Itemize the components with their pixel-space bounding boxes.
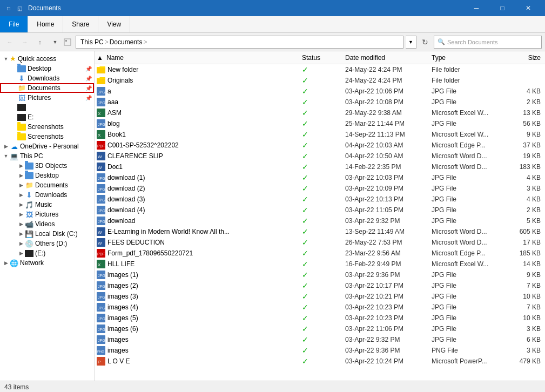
table-row[interactable]: JPG images (1) ✓ 03-Apr-22 9:36 PM JPG F… <box>95 269 545 280</box>
col-type-header[interactable]: Type <box>429 54 500 62</box>
sidebar-item-desktop-pc[interactable]: ▶ Desktop <box>0 171 94 180</box>
sync-check-icon: ✓ <box>302 325 308 333</box>
table-row[interactable]: PNG images ✓ 03-Apr-22 9:36 PM PNG File … <box>95 345 545 356</box>
sidebar-item-desktop-qa[interactable]: Desktop 📌 <box>0 64 94 73</box>
nav-recent-button[interactable]: ▼ <box>49 36 62 49</box>
table-row[interactable]: Originals ✓ 24-May-22 4:24 PM File folde… <box>95 75 545 86</box>
file-date: 03-Apr-22 11:05 PM <box>343 206 429 214</box>
file-size: 7 KB <box>500 282 543 289</box>
sidebar-quick-access-header[interactable]: ▼ ★ Quick access <box>0 53 94 64</box>
sidebar-item-downloads-pc[interactable]: ▶ ⬇ Downloads <box>0 190 94 200</box>
table-row[interactable]: JPG download (2) ✓ 03-Apr-22 10:09 PM JP… <box>95 183 545 194</box>
table-row[interactable]: JPG blog ✓ 25-Mar-22 11:44 PM JPG File 5… <box>95 118 545 129</box>
address-dropdown-button[interactable]: ▼ <box>406 36 416 49</box>
file-icon: JPG <box>97 173 105 182</box>
sync-check-icon: ✓ <box>302 76 308 85</box>
sidebar-item-screenshots1[interactable]: Screenshots <box>0 122 94 132</box>
col-size-header[interactable]: Size <box>500 54 543 62</box>
table-row[interactable]: W FEES DEDUCTION ✓ 26-May-22 7:53 PM Mic… <box>95 237 545 248</box>
nav-back-button[interactable]: ← <box>3 36 16 49</box>
sidebar-item-music[interactable]: ▶ 🎵 Music <box>0 200 94 209</box>
refresh-button[interactable]: ↻ <box>419 36 432 49</box>
svg-text:W: W <box>98 230 102 235</box>
sidebar-item-documents-qa[interactable]: 📁 Documents 📌 <box>0 83 94 93</box>
sidebar-item-3dobjects[interactable]: ▶ 3D Objects <box>0 161 94 171</box>
tab-view[interactable]: View <box>98 16 130 32</box>
table-row[interactable]: X ASM ✓ 29-May-22 9:38 AM Microsoft Exce… <box>95 107 545 118</box>
sidebar-item-e-drive[interactable]: E: <box>0 112 94 122</box>
sidebar-item-others-d[interactable]: ▶ 💿 Others (D:) <box>0 239 94 248</box>
file-size: 183 KB <box>500 163 543 171</box>
sidebar-item-onedrive[interactable]: ▶ ☁ OneDrive - Personal <box>0 141 94 151</box>
file-name: images (3) <box>107 293 300 300</box>
folder-icon <box>17 65 26 72</box>
file-name: download (1) <box>107 174 300 181</box>
sidebar-item-black-e[interactable]: ▶ (E:) <box>0 248 94 258</box>
maximize-button[interactable]: □ <box>490 0 515 16</box>
table-row[interactable]: W Doc1 ✓ 14-Feb-22 2:35 PM Microsoft Wor… <box>95 161 545 172</box>
sync-check-icon: ✓ <box>302 65 308 74</box>
table-row[interactable]: JPG images (5) ✓ 03-Apr-22 10:23 PM JPG … <box>95 313 545 323</box>
file-status: ✓ <box>300 206 343 214</box>
nav-up-button[interactable]: ↑ <box>33 36 46 49</box>
table-row[interactable]: JPG images (6) ✓ 03-Apr-22 11:06 PM JPG … <box>95 323 545 334</box>
sync-check-icon: ✓ <box>302 249 308 258</box>
table-row[interactable]: X HLL LIFE ✓ 16-Feb-22 9:49 PM Microsoft… <box>95 259 545 269</box>
table-row[interactable]: JPG download (4) ✓ 03-Apr-22 11:05 PM JP… <box>95 205 545 215</box>
col-date-header[interactable]: Date modified <box>343 54 429 62</box>
file-size: 56 KB <box>500 120 543 127</box>
col-name-header[interactable]: Name <box>104 54 300 62</box>
disk-d-icon: 💿 <box>25 240 33 247</box>
table-row[interactable]: New folder ✓ 24-May-22 4:24 PM File fold… <box>95 64 545 75</box>
sidebar-item-thispc[interactable]: ▼ 💻 This PC <box>0 151 94 161</box>
table-row[interactable]: JPG images ✓ 03-Apr-22 9:32 PM JPG File … <box>95 334 545 345</box>
file-status: ✓ <box>300 303 343 312</box>
table-row[interactable]: JPG images (3) ✓ 03-Apr-22 10:21 PM JPG … <box>95 291 545 302</box>
file-type: Microsoft Word D... <box>429 152 500 160</box>
tab-share[interactable]: Share <box>63 16 98 32</box>
table-row[interactable]: JPG download (3) ✓ 03-Apr-22 10:13 PM JP… <box>95 194 545 205</box>
sidebar-item-documents-pc[interactable]: ▶ 📁 Documents <box>0 180 94 190</box>
table-row[interactable]: W CLEARENCE SLIP ✓ 04-Apr-22 10:50 AM Mi… <box>95 151 545 161</box>
minimize-button[interactable]: ─ <box>464 0 489 16</box>
svg-text:JPG: JPG <box>98 295 105 299</box>
table-row[interactable]: JPG images (2) ✓ 03-Apr-22 10:17 PM JPG … <box>95 280 545 291</box>
table-row[interactable]: JPG aaa ✓ 03-Apr-22 10:08 PM JPG File 2 … <box>95 97 545 107</box>
file-name: download (3) <box>107 195 300 203</box>
window-title: Documents <box>28 4 464 12</box>
sidebar-item-black1[interactable] <box>0 103 94 112</box>
table-row[interactable]: P L O V E ✓ 03-Apr-22 10:24 PM Microsoft… <box>95 356 545 367</box>
search-input[interactable]: 🔍 Search Documents <box>434 36 542 49</box>
downloads-icon: ⬇ <box>17 75 26 82</box>
file-name: Book1 <box>107 131 300 138</box>
tab-home[interactable]: Home <box>28 16 63 32</box>
file-type: PNG File <box>429 347 500 354</box>
sync-check-icon: ✓ <box>302 281 308 290</box>
table-row[interactable]: JPG download ✓ 03-Apr-22 9:32 PM JPG Fil… <box>95 215 545 226</box>
table-row[interactable]: X Book1 ✓ 14-Sep-22 11:13 PM Microsoft E… <box>95 129 545 140</box>
table-row[interactable]: W E-Learning in Modern World! Know All t… <box>95 226 545 237</box>
nav-forward-button[interactable]: → <box>18 36 31 49</box>
sidebar-item-pictures-qa[interactable]: 🖼 Pictures 📌 <box>0 93 94 103</box>
file-icon: W <box>97 163 105 171</box>
sidebar-item-network[interactable]: ▶ 🌐 Network <box>0 258 94 268</box>
file-date: 03-Apr-22 9:32 PM <box>343 336 429 343</box>
file-status: ✓ <box>300 238 343 247</box>
address-path[interactable]: This PC > Documents > <box>76 36 403 49</box>
sidebar-item-localdisk-c[interactable]: ▶ 💾 Local Disk (C:) <box>0 229 94 239</box>
tab-file[interactable]: File <box>0 16 28 32</box>
file-status: ✓ <box>300 281 343 290</box>
close-button[interactable]: ✕ <box>516 0 541 16</box>
table-row[interactable]: JPG a ✓ 03-Apr-22 10:06 PM JPG File 4 KB <box>95 86 545 97</box>
table-row[interactable]: JPG images (4) ✓ 03-Apr-22 10:23 PM JPG … <box>95 302 545 313</box>
file-name: images (4) <box>107 303 300 311</box>
table-row[interactable]: PDF C001-SP-52532^202202 ✓ 04-Apr-22 10:… <box>95 140 545 151</box>
file-size: 7 KB <box>500 303 543 311</box>
sidebar-item-downloads-qa[interactable]: ⬇ Downloads 📌 <box>0 73 94 83</box>
col-status-header[interactable]: Status <box>300 54 343 62</box>
table-row[interactable]: PDF Form_pdf_178096550220721 ✓ 23-Mar-22… <box>95 248 545 259</box>
table-row[interactable]: JPG download (1) ✓ 03-Apr-22 10:03 PM JP… <box>95 172 545 183</box>
sidebar-item-videos[interactable]: ▶ 📹 Videos <box>0 219 94 229</box>
sidebar-item-pictures-pc[interactable]: ▶ 🖼 Pictures <box>0 209 94 219</box>
sidebar-item-screenshots2[interactable]: Screenshots <box>0 132 94 141</box>
